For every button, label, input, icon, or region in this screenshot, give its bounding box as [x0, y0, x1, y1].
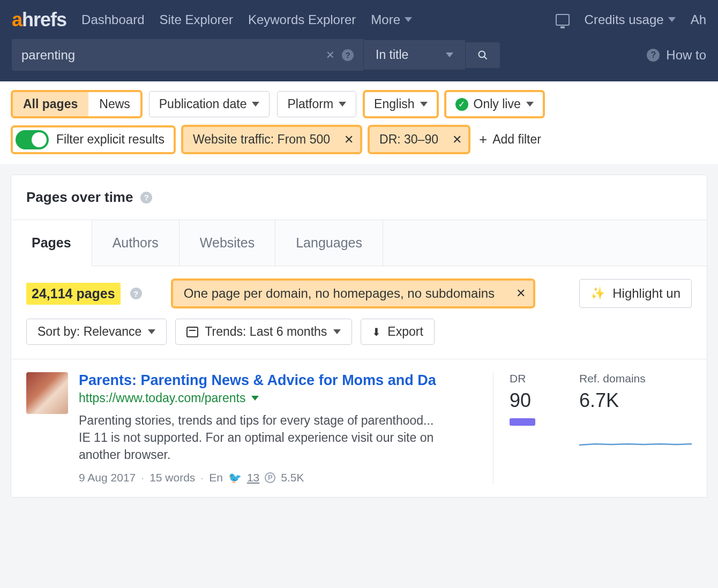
ref-domains-value: 6.7K — [579, 389, 692, 412]
result-meta: 9 Aug 2017 · 15 words · En 🐦 13 P 5.5K — [79, 471, 482, 484]
calendar-icon — [186, 327, 198, 337]
tab-all-pages[interactable]: All pages — [12, 92, 88, 117]
monitor-icon[interactable] — [556, 14, 570, 26]
result-thumbnail[interactable] — [26, 372, 68, 414]
dr-value: 90 — [510, 389, 558, 412]
filter-language[interactable]: English — [364, 91, 437, 117]
ref-domains-sparkline — [579, 418, 692, 472]
dr-label: DR — [510, 372, 558, 385]
close-icon[interactable]: ✕ — [344, 133, 354, 147]
nav-more[interactable]: More — [371, 12, 412, 27]
check-icon: ✓ — [455, 98, 468, 111]
results-header: 24,114 pages ? One page per domain, no h… — [11, 266, 707, 308]
chevron-down-icon[interactable] — [251, 396, 259, 401]
search-button[interactable] — [465, 42, 500, 68]
add-filter-button[interactable]: +Add filter — [477, 126, 543, 153]
filters-panel: All pages News Publication date Platform… — [0, 81, 718, 164]
export-button[interactable]: ⬇Export — [361, 319, 434, 345]
chevron-down-icon — [252, 102, 259, 107]
close-icon[interactable]: ✕ — [452, 133, 462, 147]
tab-authors[interactable]: Authors — [92, 220, 180, 266]
result-url[interactable]: https://www.today.com/parents — [79, 391, 482, 405]
filter-domain-grouping[interactable]: One page per domain, no homepages, no su… — [172, 280, 534, 307]
tab-pages[interactable]: Pages — [11, 220, 92, 266]
dr-bar — [510, 418, 535, 426]
stat-dr: DR 90 — [510, 372, 558, 484]
tab-news[interactable]: News — [88, 92, 141, 117]
ref-domains-label: Ref. domains — [579, 372, 692, 385]
results-count: 24,114 pages — [26, 283, 121, 305]
account-menu[interactable]: Ah — [691, 12, 706, 27]
pages-type-toggle: All pages News — [12, 91, 141, 117]
pinterest-count: 5.5K — [281, 471, 304, 484]
nav-keywords-explorer[interactable]: Keywords Explorer — [248, 12, 356, 27]
filter-only-live[interactable]: ✓Only live — [445, 91, 544, 117]
filter-explicit-toggle[interactable]: Filter explicit results — [12, 126, 175, 153]
chevron-down-icon — [446, 52, 453, 57]
download-icon: ⬇ — [372, 326, 381, 338]
result-tabs: Pages Authors Websites Languages — [11, 220, 707, 266]
search-bar: parenting × ? In title ? How to — [0, 39, 718, 81]
sparkle-icon: ✨ — [590, 287, 605, 300]
help-icon[interactable]: ? — [140, 192, 152, 203]
tab-websites[interactable]: Websites — [180, 220, 275, 266]
help-icon[interactable]: ? — [130, 288, 142, 299]
close-icon[interactable]: ✕ — [516, 287, 526, 300]
result-language: En — [209, 471, 223, 484]
result-description: Parenting stories, trends and tips for e… — [79, 412, 443, 464]
chevron-down-icon — [526, 102, 534, 107]
result-row: Parents: Parenting News & Advice for Mom… — [11, 359, 707, 497]
how-to-link[interactable]: ? How to — [647, 48, 706, 63]
filter-website-traffic[interactable]: Website traffic: From 500✕ — [182, 126, 361, 153]
clear-icon[interactable]: × — [326, 47, 334, 63]
pinterest-icon: P — [265, 472, 275, 483]
top-nav: ahrefs Dashboard Site Explorer Keywords … — [0, 0, 718, 39]
tab-languages[interactable]: Languages — [275, 220, 383, 266]
sort-button[interactable]: Sort by: Relevance — [26, 319, 167, 345]
nav-dashboard[interactable]: Dashboard — [81, 12, 144, 27]
svg-line-1 — [484, 56, 487, 59]
chevron-down-icon — [405, 17, 412, 22]
twitter-count[interactable]: 13 — [247, 471, 259, 484]
credits-usage[interactable]: Credits usage — [585, 12, 676, 27]
chevron-down-icon — [668, 17, 676, 22]
highlight-button[interactable]: ✨Highlight un — [579, 279, 692, 308]
results-controls: Sort by: Relevance Trends: Last 6 months… — [11, 308, 707, 359]
result-word-count: 15 words — [149, 471, 195, 484]
search-mode-select[interactable]: In title — [363, 40, 465, 70]
result-date: 9 Aug 2017 — [79, 471, 136, 484]
results-card: Pages Authors Websites Languages 24,114 … — [11, 220, 707, 497]
filter-platform[interactable]: Platform — [277, 91, 356, 117]
result-stats: DR 90 Ref. domains 6.7K — [493, 372, 692, 484]
filter-publication-date[interactable]: Publication date — [149, 91, 270, 117]
svg-point-0 — [479, 51, 485, 57]
stat-ref-domains: Ref. domains 6.7K — [579, 372, 692, 484]
help-icon: ? — [647, 49, 660, 62]
search-input[interactable]: parenting × ? — [12, 39, 363, 71]
chevron-down-icon — [339, 102, 346, 107]
logo[interactable]: ahrefs — [12, 9, 66, 31]
plus-icon: + — [479, 131, 487, 148]
chevron-down-icon — [420, 102, 428, 107]
pages-over-time-card: Pages over time ? — [11, 175, 707, 220]
result-title[interactable]: Parents: Parenting News & Advice for Mom… — [79, 372, 482, 389]
chevron-down-icon — [333, 329, 341, 334]
nav-site-explorer[interactable]: Site Explorer — [159, 12, 233, 27]
help-icon[interactable]: ? — [342, 49, 354, 61]
twitter-icon: 🐦 — [228, 471, 242, 484]
trends-button[interactable]: Trends: Last 6 months — [175, 319, 352, 345]
toggle-switch[interactable] — [16, 130, 49, 149]
chevron-down-icon — [148, 329, 155, 334]
filter-dr[interactable]: DR: 30–90✕ — [369, 126, 469, 153]
pages-over-time-title: Pages over time — [26, 189, 133, 206]
